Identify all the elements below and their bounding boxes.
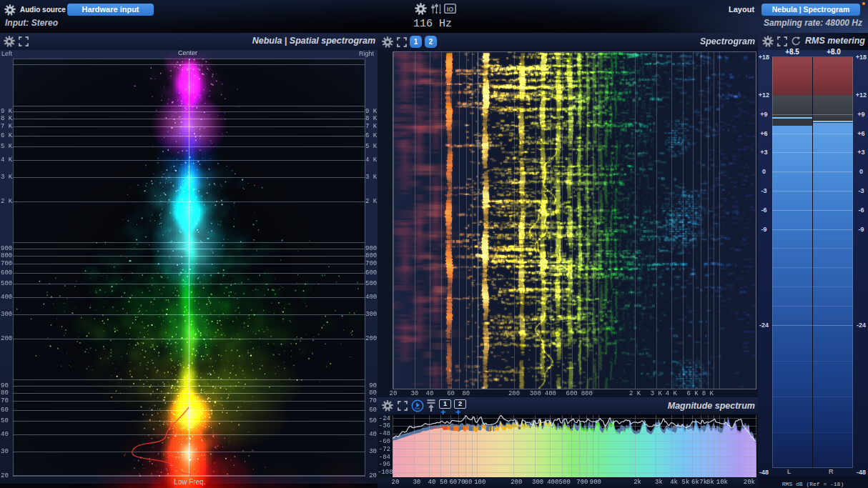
svg-text:live: live [415,407,421,410]
svg-text:IO: IO [447,6,454,13]
